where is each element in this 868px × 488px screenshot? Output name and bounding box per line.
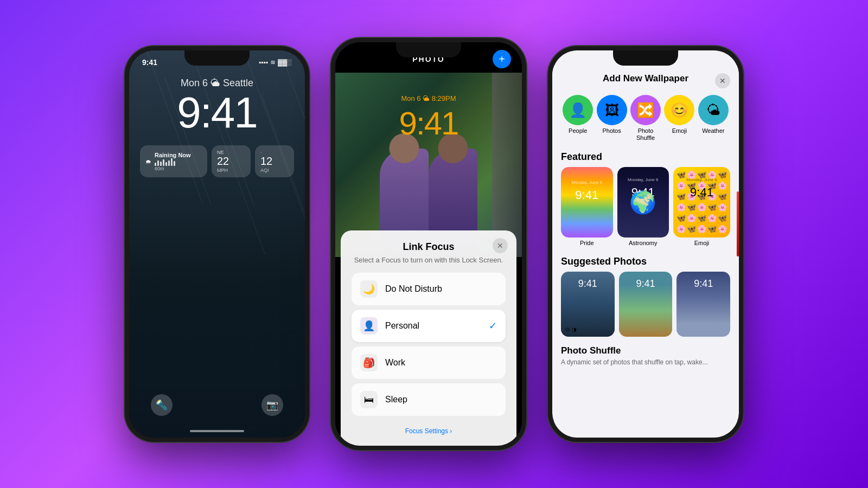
weather-icon: 🌤 <box>698 95 729 125</box>
pride-date: Monday, June 6 <box>561 180 613 185</box>
link-focus-title: Link Focus <box>352 241 506 253</box>
dnd-icon: 🌙 <box>360 280 378 298</box>
photo-screen: PHOTO + Mon 6 🌥 8:29PM 9:41 <box>335 42 522 446</box>
featured-section-title: Featured <box>552 147 739 167</box>
city-thumb[interactable]: 9:41 <box>676 272 730 337</box>
people-icon-item[interactable]: 👤 People <box>561 95 595 142</box>
photos-icon-item[interactable]: 🖼 Photos <box>595 95 628 142</box>
focus-item-sleep[interactable]: 🛏 Sleep <box>352 383 506 416</box>
photo-shuffle-label: Photo Shuffle <box>629 127 662 142</box>
status-bar: 9:41 ▪▪▪▪ ≋ ▓▓░ <box>129 50 305 67</box>
personal-label: Personal <box>385 321 481 331</box>
focus-settings-link[interactable]: Focus Settings › <box>352 420 506 440</box>
work-icon: 🎒 <box>360 354 378 371</box>
battery-icon: ▓▓░ <box>278 59 292 66</box>
weather-icon-item[interactable]: 🌤 Weather <box>697 95 730 142</box>
emoji-icon: 😊 <box>664 95 694 125</box>
scroll-indicator <box>737 191 739 256</box>
camera-button[interactable]: 📷 <box>261 394 283 416</box>
pride-bg: Monday, June 6 9:41 <box>561 167 613 237</box>
aqi-value: 12 <box>260 155 272 168</box>
emoji-label: Emoji <box>672 127 687 134</box>
wallpaper-close[interactable]: ✕ <box>715 73 730 88</box>
photo-preview-area: Mon 6 🌥 8:29PM 9:41 <box>335 73 522 257</box>
notch-space <box>552 50 739 66</box>
bottom-icons: 🔦 📷 <box>129 394 305 416</box>
wallpaper-screen: Add New Wallpaper ✕ 👤 People 🖼 Photos 🔀 … <box>552 50 739 438</box>
work-label: Work <box>385 358 497 368</box>
photo-shuffle-section-title: Photo Shuffle <box>552 341 739 358</box>
photo-shuffle-icon: 🔀 <box>630 95 661 125</box>
link-focus-close[interactable]: ✕ <box>493 238 508 253</box>
status-time: 9:41 <box>142 58 157 67</box>
signal-icon: ▪▪▪▪ <box>259 59 268 66</box>
dnd-label: Do Not Disturb <box>385 284 497 294</box>
pride-thumb[interactable]: Monday, June 6 9:41 <box>561 167 613 237</box>
pride-label: Pride <box>561 240 613 248</box>
home-indicator <box>190 430 244 432</box>
wind-widget: NE 22 MPH <box>212 145 251 177</box>
link-focus-subtitle: Select a Focus to turn on with this Lock… <box>352 256 506 264</box>
wind-dir: NE <box>217 150 229 155</box>
astronomy-label: Astronomy <box>617 240 669 248</box>
check-icon: ✓ <box>489 320 497 332</box>
focus-item-personal[interactable]: 👤 Personal ✓ <box>352 310 506 342</box>
photo-topbar: PHOTO + <box>335 42 522 73</box>
phone-3-wallpaper: Add New Wallpaper ✕ 👤 People 🖼 Photos 🔀 … <box>548 46 743 442</box>
tree-thumb[interactable]: 9:41 <box>619 272 673 337</box>
emoji-icon-item[interactable]: 😊 Emoji <box>662 95 696 142</box>
emoji-time: 9:41 <box>673 185 730 200</box>
weather-status: Raining Now <box>155 152 191 158</box>
suggested-photos-row: 9:41 ⊙ ◑ 9:41 9:41 <box>552 272 739 337</box>
photo-section-label: PHOTO <box>365 55 493 63</box>
date-label: Mon 6 🌥 Seattle <box>129 78 305 89</box>
link-focus-popup: ✕ Link Focus Select a Focus to turn on w… <box>341 230 516 446</box>
emoji-date: Monday, June 6 <box>673 177 730 182</box>
wallpaper-type-icons: 👤 People 🖼 Photos 🔀 Photo Shuffle 😊 Emoj… <box>552 89 739 147</box>
sleep-icon: 🛏 <box>360 391 378 408</box>
featured-wallpapers: Monday, June 6 9:41 Pride Monday, June 6… <box>552 167 739 248</box>
main-time: 9:41 <box>129 91 305 134</box>
astronomy-date: Monday, June 6 <box>617 177 669 182</box>
weather-time: 60m <box>155 166 191 171</box>
bridge-thumb[interactable]: 9:41 ⊙ ◑ <box>561 272 615 337</box>
photos-label: Photos <box>602 127 621 134</box>
emoji-wallpaper-thumb[interactable]: 🦋🌸🦋🌸🦋 🌸🦋🌸🦋🌸 🦋🌸🦋🌸🦋 🌸🦋🌸🦋🌸 🦋🌸🦋🌸🦋 🌸🦋🌸🦋🌸 Mond… <box>673 167 730 237</box>
wind-speed: 22 <box>217 155 229 168</box>
pride-thumb-wrapper: Monday, June 6 9:41 Pride <box>561 167 613 248</box>
photos-icon: 🖼 <box>597 95 627 125</box>
wind-unit: MPH <box>217 168 229 173</box>
weather-label: Weather <box>702 127 724 134</box>
people-label: People <box>569 127 587 134</box>
date-weather-row: Mon 6 🌥 Seattle <box>129 67 305 89</box>
suggested-row: 9:41 ⊙ ◑ 9:41 9:41 <box>561 272 730 337</box>
wallpaper-scrollable[interactable]: Featured Monday, June 6 9:41 Pride <box>552 147 739 426</box>
weather-icon: 🌧 <box>145 158 151 165</box>
aqi-unit: AQI <box>260 168 272 173</box>
photo-shuffle-icon-item[interactable]: 🔀 Photo Shuffle <box>629 95 662 142</box>
lockscreen-screen: 9:41 ▪▪▪▪ ≋ ▓▓░ Mon 6 🌥 Seattle 9:41 🌧 R… <box>129 50 305 438</box>
astronomy-time: 9:41 <box>617 185 669 200</box>
astronomy-thumb[interactable]: Monday, June 6 9:41 <box>617 167 669 237</box>
weather-bars <box>155 158 191 166</box>
astronomy-bg: Monday, June 6 9:41 <box>617 167 669 237</box>
focus-item-work[interactable]: 🎒 Work <box>352 346 506 379</box>
flashlight-button[interactable]: 🔦 <box>151 394 173 416</box>
wallpaper-title: Add New Wallpaper <box>603 73 688 84</box>
status-icons: ▪▪▪▪ ≋ ▓▓░ <box>259 59 292 66</box>
astronomy-thumb-wrapper: Monday, June 6 9:41 Astronomy <box>617 167 669 248</box>
sleep-label: Sleep <box>385 395 497 404</box>
emoji-wall-label: Emoji <box>673 240 730 248</box>
personal-icon: 👤 <box>360 317 378 335</box>
weather-widget: 🌧 Raining Now 60m <box>140 145 207 177</box>
people-icon: 👤 <box>563 95 593 125</box>
phone-2-photo: PHOTO + Mon 6 🌥 8:29PM 9:41 <box>331 38 526 450</box>
wallpaper-topbar: Add New Wallpaper ✕ <box>552 66 739 89</box>
suggested-section-title: Suggested Photos <box>552 252 739 272</box>
emoji-thumb-wrapper: 🦋🌸🦋🌸🦋 🌸🦋🌸🦋🌸 🦋🌸🦋🌸🦋 🌸🦋🌸🦋🌸 🦋🌸🦋🌸🦋 🌸🦋🌸🦋🌸 Mond… <box>673 167 730 248</box>
photo-shuffle-desc: A dynamic set of photos that shuffle on … <box>552 358 739 366</box>
aqi-widget: · 12 AQI <box>255 145 294 177</box>
focus-item-dnd[interactable]: 🌙 Do Not Disturb <box>352 273 506 305</box>
add-button[interactable]: + <box>493 50 511 68</box>
wifi-icon: ≋ <box>270 59 276 66</box>
